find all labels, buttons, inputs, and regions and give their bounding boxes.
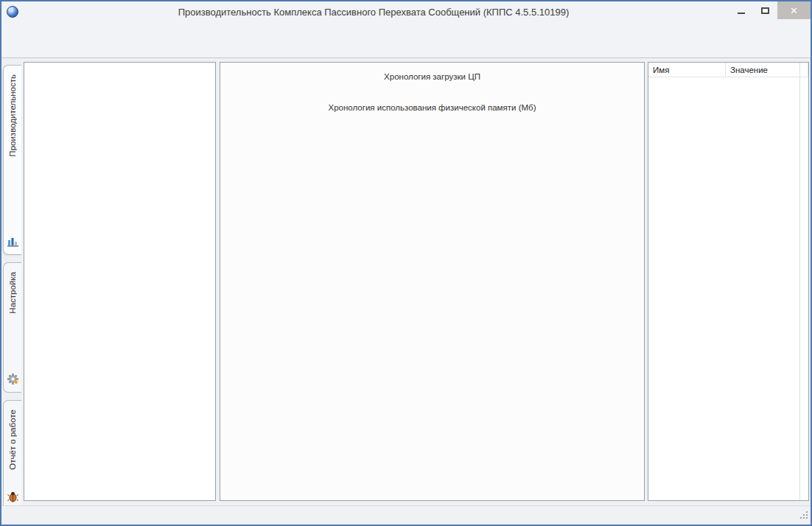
- performance-tab-icon: [7, 236, 18, 247]
- tab-performance[interactable]: Производительность: [3, 65, 21, 255]
- stats-header: Имя Значение: [648, 63, 808, 77]
- tab-work-report[interactable]: Отчёт о работе: [3, 400, 21, 511]
- app-window: Производительность Комплекса Пассивного …: [0, 0, 812, 526]
- maximize-button[interactable]: [753, 1, 777, 19]
- stats-col-value[interactable]: Значение: [726, 63, 808, 77]
- cpu-chart-title: Хронология загрузки ЦП: [220, 72, 644, 81]
- menu-bar: [1, 22, 811, 38]
- counters-tree-panel: [24, 62, 216, 501]
- stats-scrollbar[interactable]: [799, 63, 804, 500]
- charts-panel: Хронология загрузки ЦП Хронология исполь…: [220, 62, 645, 501]
- performance-counters-tree: [24, 63, 215, 67]
- resize-grip[interactable]: [799, 509, 808, 522]
- status-bar: [1, 505, 811, 525]
- tab-settings[interactable]: Настройка: [3, 262, 21, 393]
- minimize-button[interactable]: [729, 1, 753, 19]
- service-stats-panel: Имя Значение: [648, 62, 809, 501]
- stats-col-name[interactable]: Имя: [648, 63, 726, 77]
- main-content: Производительность Настройка Отчёт о раб…: [1, 58, 811, 505]
- app-icon: [7, 6, 18, 18]
- toolbar: [1, 38, 811, 58]
- window-title: Производительность Комплекса Пассивного …: [18, 7, 729, 18]
- work-report-tab-icon: [7, 491, 18, 502]
- stats-body: [648, 77, 808, 79]
- title-bar: Производительность Комплекса Пассивного …: [1, 1, 811, 22]
- memory-chart-title: Хронология использования физической памя…: [220, 103, 644, 112]
- settings-tab-icon: [7, 374, 18, 385]
- close-button[interactable]: ✕: [777, 1, 811, 19]
